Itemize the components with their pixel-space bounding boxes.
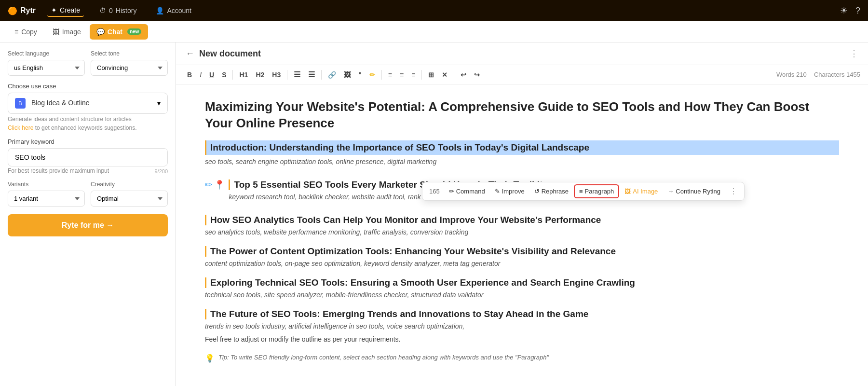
language-label: Select language xyxy=(8,50,85,57)
use-case-chevron: ▾ xyxy=(157,99,161,107)
toolbar-undo[interactable]: ↩ xyxy=(457,69,470,81)
char-count: Characters 1455 xyxy=(814,71,860,78)
doc-main-title: Maximizing Your Website's Potential: A C… xyxy=(205,99,839,132)
back-button[interactable]: ← xyxy=(186,49,194,59)
section-3-heading: How SEO Analytics Tools Can Help You Mon… xyxy=(205,215,839,225)
word-count: Words 210 xyxy=(776,71,807,78)
toolbar-align-center[interactable]: ≡ xyxy=(396,69,407,81)
ryte-button[interactable]: Ryte for me → xyxy=(8,214,168,236)
use-case-select[interactable]: B Blog Idea & Outline ▾ xyxy=(8,93,168,114)
use-case-text: Blog Idea & Outline xyxy=(31,99,90,107)
toolbar-ol[interactable]: ☰ xyxy=(305,68,318,81)
subnav-copy-label: Copy xyxy=(21,28,37,36)
doc-more-button[interactable]: ⋮ xyxy=(850,48,858,59)
section-4-keywords: content optimization tools, on-page seo … xyxy=(205,259,839,269)
floating-toolbar: 165 ✏ Command ✎ Improve ↺ Rephrase ≡ Par… xyxy=(422,182,745,201)
variants-select[interactable]: 1 variant 2 variants 3 variants xyxy=(8,191,85,207)
click-here-link[interactable]: Click here xyxy=(8,124,33,131)
toolbar-strikethrough[interactable]: S xyxy=(218,69,230,81)
account-icon: 👤 xyxy=(156,7,164,14)
command-icon: ✏ xyxy=(449,188,454,195)
toolbar-h1[interactable]: H1 xyxy=(236,69,251,81)
tip-icon: 💡 xyxy=(205,354,215,363)
nav-right: ☀ ? xyxy=(840,5,860,16)
main-layout: Select language us English uk English Fr… xyxy=(0,42,868,386)
toolbar-highlight[interactable]: ✏ xyxy=(366,69,379,81)
toolbar-align-left[interactable]: ≡ xyxy=(385,69,395,81)
use-case-hint: Generate ideas and content structure for… xyxy=(8,116,168,123)
click-here-suffix: to get enhanced keywords suggestions. xyxy=(35,124,137,131)
float-command-btn[interactable]: ✏ Command xyxy=(445,185,489,197)
toolbar-sep-6 xyxy=(454,70,454,80)
section-5-heading: Exploring Technical SEO Tools: Ensuring … xyxy=(205,277,839,288)
variants-creativity-row: Variants 1 variant 2 variants 3 variants… xyxy=(8,181,168,207)
toolbar-sep-3 xyxy=(321,70,322,80)
nav-history[interactable]: ⏱ 0 History xyxy=(95,5,140,16)
nav-account[interactable]: 👤 Account xyxy=(152,5,195,16)
section-5: Exploring Technical SEO Tools: Ensuring … xyxy=(205,277,839,300)
paragraph-icon: ≡ xyxy=(579,188,583,195)
toolbar-h3[interactable]: H3 xyxy=(269,69,284,81)
creativity-select[interactable]: Optimal Low High Max xyxy=(91,191,168,207)
nav-create[interactable]: ✦ Create xyxy=(47,4,84,17)
subnav-image[interactable]: 🖼 Image xyxy=(46,24,88,40)
toolbar-image[interactable]: 🖼 xyxy=(340,69,354,81)
continue-icon: → xyxy=(667,188,674,195)
float-ai-image-btn[interactable]: 🖼 AI Image xyxy=(620,185,662,197)
tone-group: Select tone Convincing Formal Casual xyxy=(91,50,168,76)
create-icon: ✦ xyxy=(51,6,57,14)
toolbar-quote[interactable]: " xyxy=(355,69,365,81)
subnav-copy[interactable]: ≡ Copy xyxy=(8,24,44,40)
theme-icon[interactable]: ☀ xyxy=(840,5,848,16)
image-icon: 🖼 xyxy=(53,28,59,36)
logo-icon: 🟠 xyxy=(8,6,17,15)
rephrase-icon: ↺ xyxy=(534,188,540,195)
language-select[interactable]: us English uk English French Spanish xyxy=(8,60,85,76)
toolbar-table[interactable]: ⊞ xyxy=(425,69,437,81)
section-3-keywords: seo analytics tools, website performance… xyxy=(205,227,839,237)
toolbar-align-right[interactable]: ≡ xyxy=(408,69,419,81)
creativity-group: Creativity Optimal Low High Max xyxy=(91,181,168,207)
logo[interactable]: 🟠 Rytr xyxy=(8,6,36,15)
sidebar: Select language us English uk English Fr… xyxy=(0,42,176,386)
section-1: Introduction: Understanding the Importan… xyxy=(205,140,839,167)
tone-label: Select tone xyxy=(91,50,168,57)
keyword-input[interactable] xyxy=(8,148,168,166)
float-continue-label: Continue Ryting xyxy=(676,188,720,195)
variants-label: Variants xyxy=(8,181,85,188)
footer-text: Feel free to adjust or modify the outlin… xyxy=(205,335,839,343)
tip-area: 💡 Tip: To write SEO friendly long-form c… xyxy=(205,349,839,368)
top-nav: 🟠 Rytr ✦ Create ⏱ 0 History 👤 Account ☀ … xyxy=(0,0,868,21)
toolbar-bold[interactable]: B xyxy=(184,69,195,81)
toolbar-redo[interactable]: ↪ xyxy=(471,69,483,81)
toolbar-h2[interactable]: H2 xyxy=(252,69,268,81)
variants-group: Variants 1 variant 2 variants 3 variants xyxy=(8,181,85,207)
toolbar-clear[interactable]: ✕ xyxy=(438,69,451,81)
doc-title: New document xyxy=(199,49,261,59)
toolbar-underline[interactable]: U xyxy=(206,69,217,81)
logo-text: Rytr xyxy=(20,6,36,15)
section-3: How SEO Analytics Tools Can Help You Mon… xyxy=(205,215,839,237)
float-more-btn[interactable]: ⋮ xyxy=(726,184,741,198)
float-paragraph-btn[interactable]: ≡ Paragraph xyxy=(574,184,619,198)
help-icon[interactable]: ? xyxy=(855,6,860,16)
section-6-keywords: trends in seo tools industry, artificial… xyxy=(205,321,839,331)
section-1-heading: Introduction: Understanding the Importan… xyxy=(205,140,839,155)
word-count-area: Words 210 Characters 1455 xyxy=(776,71,860,78)
sub-nav: ≡ Copy 🖼 Image 💬 Chat new xyxy=(0,21,868,42)
float-paragraph-label: Paragraph xyxy=(585,188,614,195)
float-command-label: Command xyxy=(456,188,485,195)
input-hint: For best results provide maximum input xyxy=(8,167,109,174)
use-case-group: Choose use case B Blog Idea & Outline ▾ … xyxy=(8,83,168,131)
toolbar-italic[interactable]: I xyxy=(196,69,205,81)
editor-content[interactable]: 165 ✏ Command ✎ Improve ↺ Rephrase ≡ Par… xyxy=(176,84,868,386)
tone-select[interactable]: Convincing Formal Casual xyxy=(91,60,168,76)
float-rephrase-btn[interactable]: ↺ Rephrase xyxy=(530,185,573,197)
history-icon: ⏱ xyxy=(99,7,106,14)
improve-icon: ✎ xyxy=(495,188,500,195)
float-improve-btn[interactable]: ✎ Improve xyxy=(490,185,529,197)
float-continue-btn[interactable]: → Continue Ryting xyxy=(663,185,725,197)
subnav-chat[interactable]: 💬 Chat new xyxy=(90,24,149,40)
toolbar-link[interactable]: 🔗 xyxy=(325,69,339,81)
toolbar-ul[interactable]: ☰ xyxy=(290,68,304,81)
